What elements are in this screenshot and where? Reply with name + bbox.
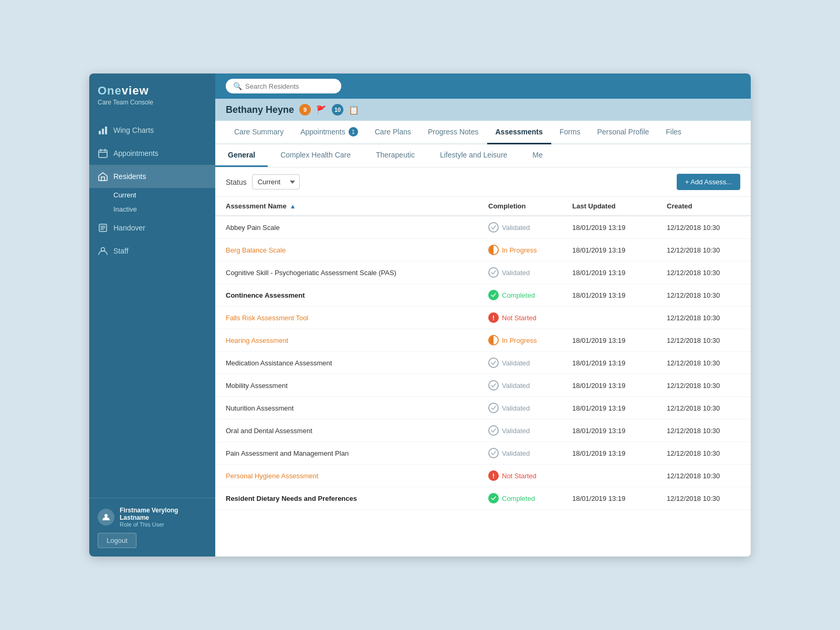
completion-cell: Validated bbox=[478, 397, 562, 419]
created-cell: 12/12/2018 10:30 bbox=[656, 442, 751, 465]
sidebar-item-appointments[interactable]: Appointments bbox=[89, 142, 215, 165]
completion-cell: Validated bbox=[478, 352, 562, 374]
document-icon[interactable]: 📋 bbox=[349, 105, 359, 115]
assessments-table: Assessment Name ▲ Completion Last Update… bbox=[215, 197, 751, 510]
created-cell: 12/12/2018 10:30 bbox=[656, 487, 751, 510]
patient-header: Bethany Heyne 9 🚩 10 📋 bbox=[215, 99, 751, 121]
avatar bbox=[98, 509, 114, 526]
tab-care-plans[interactable]: Care Plans bbox=[366, 121, 419, 144]
assessment-name-cell: Cognitive Skill - Psychogeriatic Assessm… bbox=[215, 261, 478, 284]
user-name: Firstname Verylong Lastname bbox=[120, 507, 207, 521]
completion-cell: Completed bbox=[478, 487, 562, 510]
logo-area: Oneview Care Team Console bbox=[89, 74, 215, 114]
search-box[interactable]: 🔍 bbox=[226, 79, 341, 93]
last-updated-cell: 18/01/2019 13:19 bbox=[562, 284, 656, 307]
last-updated-cell: 18/01/2019 13:19 bbox=[562, 419, 656, 442]
completion-cell: Validated bbox=[478, 442, 562, 465]
table-row: Oral and Dental Assessment Validated 18/… bbox=[215, 419, 751, 442]
home-icon bbox=[98, 171, 108, 182]
assessment-name-cell[interactable]: Berg Balance Scale bbox=[215, 239, 478, 261]
last-updated-cell: 18/01/2019 13:19 bbox=[562, 352, 656, 374]
svg-rect-0 bbox=[99, 131, 101, 134]
sidebar-item-residents[interactable]: Residents bbox=[89, 165, 215, 188]
flag-icon[interactable]: 🚩 bbox=[316, 105, 327, 115]
search-input[interactable] bbox=[245, 82, 334, 90]
completion-cell: Validated bbox=[478, 374, 562, 397]
completion-cell: In Progress bbox=[478, 239, 562, 261]
created-cell: 12/12/2018 10:30 bbox=[656, 419, 751, 442]
sub-tab-therapeutic[interactable]: Therapeutic bbox=[363, 144, 427, 167]
status-filter: Status Current All Archived bbox=[226, 174, 300, 190]
completion-cell: Completed bbox=[478, 284, 562, 307]
last-updated-cell: 18/01/2019 13:19 bbox=[562, 397, 656, 419]
table-row: Berg Balance Scale In Progress 18/01/201… bbox=[215, 239, 751, 261]
tab-care-summary[interactable]: Care Summary bbox=[226, 121, 292, 144]
chart-icon bbox=[98, 125, 108, 135]
status-select[interactable]: Current All Archived bbox=[252, 174, 300, 190]
completion-cell: ! Not Started bbox=[478, 465, 562, 487]
table-row: Cognitive Skill - Psychogeriatic Assessm… bbox=[215, 261, 751, 284]
table-row: Pain Assessment and Management Plan Vali… bbox=[215, 442, 751, 465]
last-updated-cell: 18/01/2019 13:19 bbox=[562, 261, 656, 284]
tab-files[interactable]: Files bbox=[657, 121, 690, 144]
sub-tab-me[interactable]: Me bbox=[520, 144, 555, 167]
table-row: Mobility Assessment Validated 18/01/2019… bbox=[215, 374, 751, 397]
sub-tab-general[interactable]: General bbox=[215, 144, 268, 167]
sidebar-item-wing-charts[interactable]: Wing Charts bbox=[89, 119, 215, 142]
table-controls: Status Current All Archived + Add Assess… bbox=[215, 167, 751, 197]
user-role: Role of This User bbox=[120, 521, 207, 528]
last-updated-cell: 18/01/2019 13:19 bbox=[562, 442, 656, 465]
handover-icon bbox=[98, 223, 108, 233]
top-bar: 🔍 bbox=[215, 74, 751, 99]
tab-personal-profile[interactable]: Personal Profile bbox=[589, 121, 657, 144]
sub-tab-lifestyle-and-leisure[interactable]: Lifestyle and Leisure bbox=[427, 144, 520, 167]
assessment-name-cell: Nuturition Assessment bbox=[215, 397, 478, 419]
table-row: Hearing Assessment In Progress 18/01/201… bbox=[215, 329, 751, 352]
last-updated-cell bbox=[562, 465, 656, 487]
staff-icon bbox=[98, 246, 108, 256]
assessment-name-cell[interactable]: Falls Risk Assessment Tool bbox=[215, 307, 478, 329]
assessment-name-cell: Medication Assistance Assessment bbox=[215, 352, 478, 374]
assessment-name-cell[interactable]: Personal Hygiene Assessment bbox=[215, 465, 478, 487]
tab-appointments[interactable]: Appointments 1 bbox=[292, 121, 366, 144]
last-updated-cell: 18/01/2019 13:19 bbox=[562, 239, 656, 261]
sidebar: Oneview Care Team Console Wing Charts bbox=[89, 74, 215, 556]
completion-cell: In Progress bbox=[478, 329, 562, 352]
table-row: Resident Dietary Needs and Preferences C… bbox=[215, 487, 751, 510]
sidebar-item-handover[interactable]: Handover bbox=[89, 216, 215, 239]
tab-navigation: Care Summary Appointments 1 Care Plans P… bbox=[215, 121, 751, 144]
sub-tab-complex-health-care[interactable]: Complex Health Care bbox=[268, 144, 363, 167]
content-area: General Complex Health Care Therapeutic … bbox=[215, 144, 751, 556]
sidebar-subitem-current[interactable]: Current bbox=[89, 188, 215, 202]
table-row: Nuturition Assessment Validated 18/01/20… bbox=[215, 397, 751, 419]
last-updated-cell: 18/01/2019 13:19 bbox=[562, 329, 656, 352]
tab-assessments[interactable]: Assessments bbox=[487, 121, 551, 144]
add-assessment-button[interactable]: + Add Assess... bbox=[677, 174, 740, 190]
sort-icon[interactable]: ▲ bbox=[290, 203, 296, 210]
status-label: Status bbox=[226, 178, 247, 186]
created-cell: 12/12/2018 10:30 bbox=[656, 397, 751, 419]
svg-rect-2 bbox=[105, 127, 107, 134]
assessment-name-cell[interactable]: Hearing Assessment bbox=[215, 329, 478, 352]
sidebar-subitem-inactive[interactable]: Inactive bbox=[89, 202, 215, 216]
table-row: Abbey Pain Scale Validated 18/01/2019 13… bbox=[215, 216, 751, 239]
assessment-name-cell: Continence Assessment bbox=[215, 284, 478, 307]
col-header-last-updated: Last Updated bbox=[562, 197, 656, 216]
tab-progress-notes[interactable]: Progress Notes bbox=[419, 121, 487, 144]
tab-forms[interactable]: Forms bbox=[551, 121, 589, 144]
table-row: Medication Assistance Assessment Validat… bbox=[215, 352, 751, 374]
sidebar-item-staff[interactable]: Staff bbox=[89, 239, 215, 262]
completion-cell: Validated bbox=[478, 261, 562, 284]
created-cell: 12/12/2018 10:30 bbox=[656, 307, 751, 329]
created-cell: 12/12/2018 10:30 bbox=[656, 465, 751, 487]
sub-tab-navigation: General Complex Health Care Therapeutic … bbox=[215, 144, 751, 167]
user-info: Firstname Verylong Lastname Role of This… bbox=[98, 507, 207, 528]
last-updated-cell bbox=[562, 307, 656, 329]
document-badge: 10 bbox=[332, 104, 343, 116]
col-header-completion: Completion bbox=[478, 197, 562, 216]
logout-button[interactable]: Logout bbox=[98, 533, 136, 548]
svg-rect-3 bbox=[99, 150, 107, 158]
last-updated-cell: 18/01/2019 13:19 bbox=[562, 487, 656, 510]
appointments-tab-badge: 1 bbox=[349, 127, 358, 136]
table-row: Personal Hygiene Assessment ! Not Starte… bbox=[215, 465, 751, 487]
